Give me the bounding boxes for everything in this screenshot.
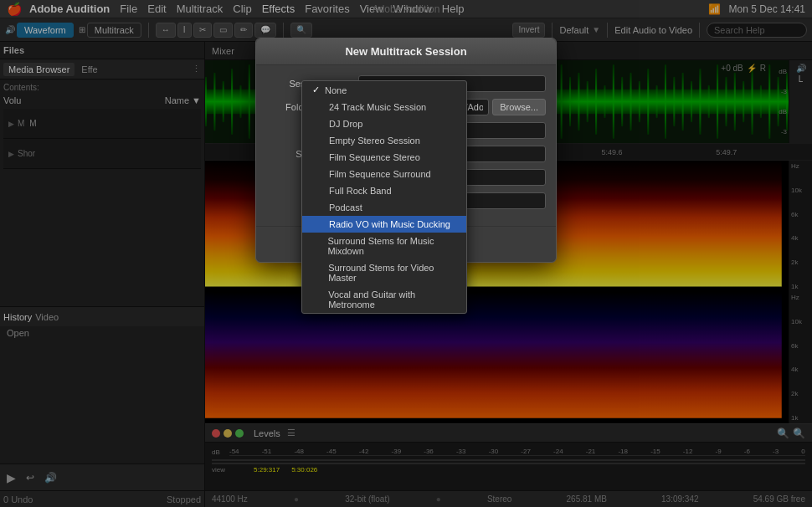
template-option-filmseqstereo[interactable]: Film Sequence Stereo (302, 149, 466, 166)
template-dropdown: None 24 Track Music Session DJ Drop Empt… (301, 80, 467, 314)
template-option-surroundvideo[interactable]: Surround Stems for Video Master (302, 259, 466, 286)
template-option-24track[interactable]: 24 Track Music Session (302, 99, 466, 115)
template-option-podcast[interactable]: Podcast (302, 199, 466, 216)
browse-button[interactable]: Browse... (492, 99, 546, 115)
template-option-none[interactable]: None (302, 81, 466, 99)
template-option-filmseqsurround[interactable]: Film Sequence Surround (302, 166, 466, 182)
template-option-fullrock[interactable]: Full Rock Band (302, 182, 466, 199)
modal-overlay: New Multitrack Session Session Name: Fol… (0, 0, 812, 507)
template-option-radioVO[interactable]: Radio VO with Music Ducking (302, 216, 466, 233)
template-option-surroundmix[interactable]: Surround Stems for Music Mixdown (302, 233, 466, 259)
modal-title: New Multitrack Session (256, 38, 556, 65)
template-option-vocalguitar[interactable]: Vocal and Guitar with Metronome (302, 286, 466, 313)
template-option-emptystereo[interactable]: Empty Stereo Session (302, 132, 466, 149)
template-option-djdrop[interactable]: DJ Drop (302, 115, 466, 132)
